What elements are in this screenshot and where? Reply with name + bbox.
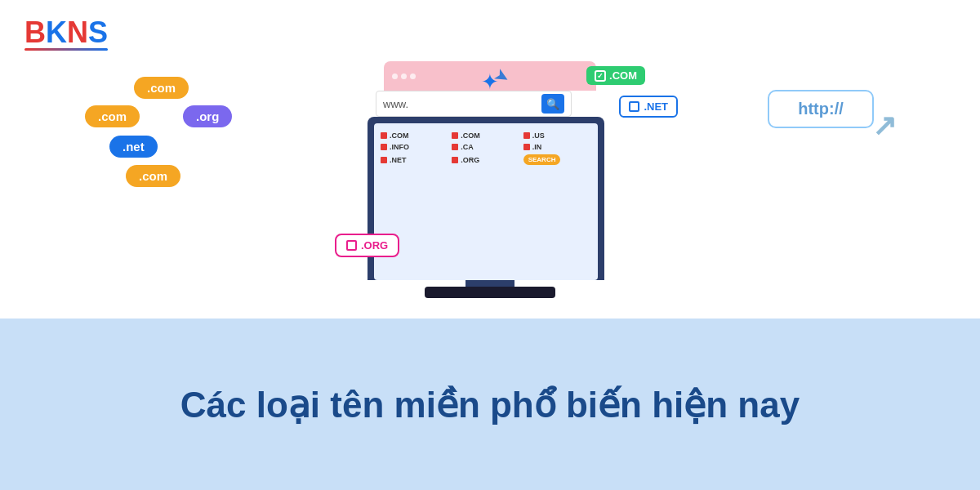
domain-item-com2: .COM [452,131,519,140]
search-icon-btn[interactable]: 🔍 [541,94,564,114]
dot1 [392,74,398,79]
net-badge-label: .NET [644,100,668,113]
com-badge-label: .COM [609,69,637,82]
bubble-com2: .com [85,105,140,127]
bottom-section: Các loại tên miền phổ biến hiện nay [0,318,980,490]
domain-item-in: .IN [523,143,591,151]
domain-item-ca: .CA [452,143,519,151]
top-section: BKNS .com .com .org .net .com ✦ ➤ [0,0,980,318]
domain-grid: .COM .COM .US .INFO .CA .IN .NET .ORG SE… [381,131,591,165]
address-text: www. [383,98,541,110]
bubble-org: .org [183,105,232,127]
illustration: .com .com .org .net .com ✦ ➤ ✓ [0,24,980,318]
search-label: SEARCH [523,154,561,165]
domain-label: .US [532,131,545,140]
domain-sq-icon [452,144,458,150]
domain-item-net: .NET [381,154,448,165]
net-checkbox-icon [629,101,639,112]
domain-label: .INFO [390,143,409,151]
domain-sq-icon [452,132,458,139]
domain-sq-icon [381,144,387,150]
domain-item-info: .INFO [381,143,448,151]
domain-item-com1: .COM [381,131,448,140]
net-badge: .NET [619,96,678,118]
org-badge: .ORG [335,234,399,257]
http-label: http:// [798,100,844,118]
address-bar[interactable]: www. 🔍 [376,91,572,117]
com-checkbox-icon: ✓ [595,70,606,82]
dot3 [410,74,416,79]
domain-label: .NET [390,156,407,164]
dot2 [401,74,407,79]
com-badge: ✓ .COM [586,66,645,85]
domain-label: .IN [532,143,542,151]
laptop-body: .COM .COM .US .INFO .CA .IN .NET .ORG SE… [368,117,604,280]
laptop-area: ✦ ➤ ✓ .COM www. 🔍 [359,61,621,306]
domain-label: .COM [461,131,480,140]
main-heading: Các loại tên miền phổ biến hiện nay [180,384,800,425]
domain-item-org: .ORG [452,154,519,165]
laptop-base [425,287,555,298]
domain-item-search: SEARCH [523,154,591,165]
bubble-com3: .com [126,165,180,187]
cursor-arrow-icon: ↗ [872,109,897,143]
domain-sq-icon [381,132,387,139]
right-http-area: http:// ↗ [768,90,874,128]
domain-sq-icon [381,157,387,163]
org-badge-label: .ORG [361,239,388,252]
domain-sq-icon [452,157,458,163]
bubble-com1: .com [134,77,189,99]
domain-sq-icon [523,132,530,139]
domain-label: .ORG [461,156,479,164]
bubble-net: .net [109,136,158,158]
org-checkbox-icon [346,240,357,251]
domain-label: .CA [461,143,474,151]
domain-item-us: .US [523,131,591,140]
http-box: http:// ↗ [768,90,874,128]
browser-dots [392,74,416,79]
domain-label: .COM [390,131,409,140]
laptop-screen: .COM .COM .US .INFO .CA .IN .NET .ORG SE… [374,123,598,280]
domain-sq-icon [523,144,530,150]
